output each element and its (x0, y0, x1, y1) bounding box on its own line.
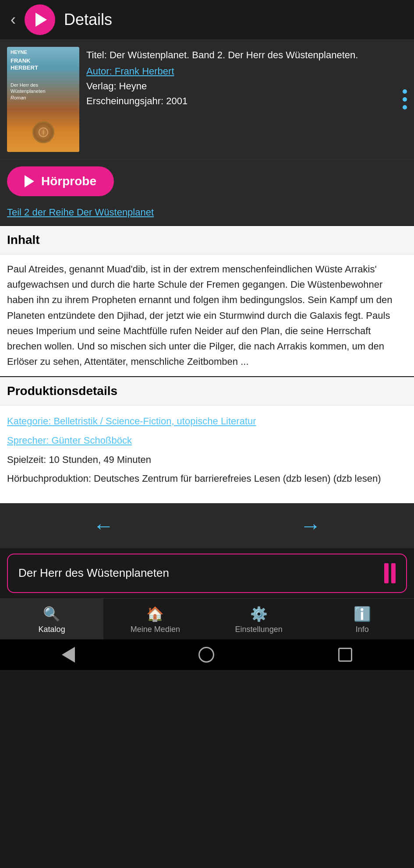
inhalt-title: Inhalt (7, 233, 40, 247)
nav-meine-medien[interactable]: 🏠 Meine Medien (103, 599, 207, 639)
info-icon: ℹ️ (354, 606, 371, 622)
produktionsdetails-section: Produktionsdetails Kategorie: Belletrist… (0, 377, 414, 503)
bottom-nav: 🔍 Katalog 🏠 Meine Medien ⚙️ Einstellunge… (0, 598, 414, 639)
back-button[interactable]: ‹ (11, 12, 16, 28)
header: ‹ Details (0, 0, 414, 39)
settings-icon: ⚙️ (250, 606, 268, 622)
book-details: Titel: Der Wüstenplanet. Band 2. Der Her… (86, 47, 407, 152)
search-icon: 🔍 (43, 606, 60, 622)
series-link[interactable]: Teil 2 der Reihe Der Wüstenplanet (7, 207, 154, 218)
nav-meine-medien-label: Meine Medien (131, 625, 180, 634)
system-recents-button[interactable] (338, 648, 352, 662)
book-year: Erscheinungsjahr: 2001 (86, 95, 407, 107)
sprecher-link[interactable]: Sprecher: Günter Schoßböck (7, 432, 407, 449)
produktionsdetails-header: Produktionsdetails (0, 377, 414, 406)
production-text: Hörbuchproduktion: Deutsches Zentrum für… (7, 470, 407, 487)
nav-einstellungen-label: Einstellungen (235, 625, 283, 634)
book-publisher: Verlag: Heyne (86, 81, 407, 92)
produktionsdetails-title: Produktionsdetails (7, 384, 117, 398)
book-info-section: HEYNE FRANKHERBERT Der Herr desWüstenpla… (0, 39, 414, 159)
nav-einstellungen[interactable]: ⚙️ Einstellungen (207, 599, 311, 639)
more-dot-2 (403, 97, 407, 102)
nav-katalog-label: Katalog (39, 625, 65, 634)
nav-info-label: Info (356, 625, 369, 634)
next-page-button[interactable]: → (300, 514, 321, 538)
inhalt-section: Inhalt Paul Atreides, genannt Muad'dib, … (0, 226, 414, 376)
produktionsdetails-body: Kategorie: Belletristik / Science-Fictio… (0, 406, 414, 494)
category-link[interactable]: Kategorie: Belletristik / Science-Fictio… (7, 413, 407, 430)
more-dot-3 (403, 105, 407, 109)
inhalt-header: Inhalt (0, 226, 414, 254)
book-title: Titel: Der Wüstenplanet. Band 2. Der Her… (86, 49, 407, 62)
system-back-button[interactable] (62, 647, 75, 663)
pause-button[interactable] (384, 563, 396, 583)
nav-info[interactable]: ℹ️ Info (311, 599, 414, 639)
now-playing-bar[interactable]: Der Herr des Wüstenplaneten (7, 554, 407, 593)
cover-title: Der Herr desWüstenplanetenRoman (11, 82, 76, 101)
prev-page-button[interactable]: ← (93, 514, 114, 538)
horprobe-button[interactable]: Hörprobe (7, 166, 114, 196)
more-dot-1 (403, 89, 407, 94)
play-button[interactable] (25, 4, 55, 35)
play-icon (35, 13, 47, 27)
pagination: ← → (0, 503, 414, 548)
cover-publisher: HEYNE (11, 49, 27, 55)
cover-author: FRANKHERBERT (11, 57, 76, 71)
more-options-button[interactable] (403, 89, 407, 109)
nav-katalog[interactable]: 🔍 Katalog (0, 599, 103, 639)
home-icon: 🏠 (146, 606, 164, 622)
series-link-section: Teil 2 der Reihe Der Wüstenplanet (0, 203, 414, 225)
horprobe-section: Hörprobe (0, 159, 414, 203)
system-bar (0, 639, 414, 670)
horprobe-label: Hörprobe (41, 174, 96, 188)
book-cover: HEYNE FRANKHERBERT Der Herr desWüstenpla… (7, 47, 79, 152)
spielzeit-text: Spielzeit: 10 Stunden, 49 Minuten (7, 451, 407, 469)
pause-bar-left (384, 563, 389, 583)
inhalt-body: Paul Atreides, genannt Muad'dib, ist in … (0, 254, 414, 376)
cover-emblem (32, 121, 54, 143)
book-author-link[interactable]: Autor: Frank Herbert (86, 66, 407, 77)
now-playing-title: Der Herr des Wüstenplaneten (18, 566, 169, 580)
pause-bar-right (391, 563, 396, 583)
system-home-button[interactable] (198, 647, 214, 663)
page-title: Details (64, 11, 112, 29)
horprobe-play-icon (25, 175, 34, 187)
